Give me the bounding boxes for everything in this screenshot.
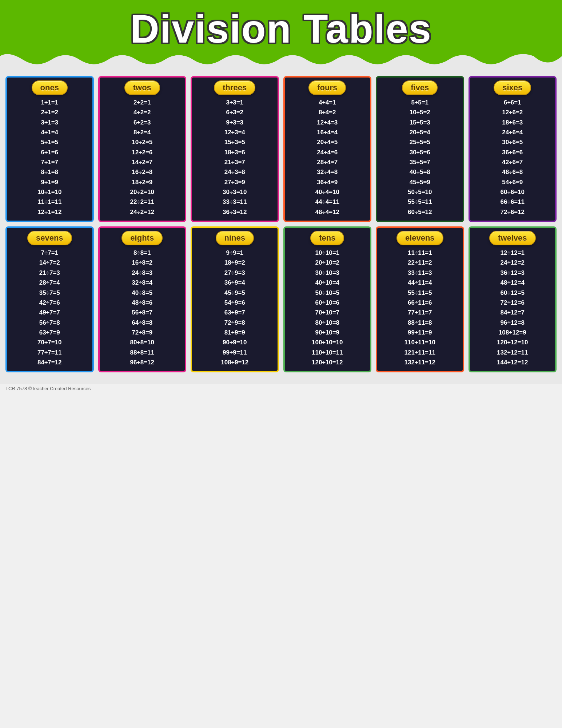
equation-ones-8: 8÷1=8 [9,167,90,177]
equation-nines-6: 54÷9=6 [194,298,275,308]
equation-ones-1: 1÷1=1 [9,98,90,107]
equation-ones-4: 4÷1=4 [9,128,90,137]
equation-elevens-12: 132÷11=12 [379,358,461,367]
label-sixes: sixes [494,80,531,95]
equation-twelves-7: 84÷12=7 [472,308,553,317]
equation-elevens-3: 33÷11=3 [379,268,461,278]
card-ones: ones1÷1=12÷1=23÷1=34÷1=45÷1=56÷1=67÷1=78… [5,76,94,222]
equation-sevens-5: 35÷7=5 [9,288,90,298]
card-nines: nines9÷9=118÷9=227÷9=336÷9=445÷9=554÷9=6… [191,226,279,372]
label-threes: threes [214,80,255,95]
equation-ones-7: 7÷1=7 [9,158,90,167]
equation-fours-12: 48÷4=12 [287,207,368,217]
equation-twos-2: 4÷2=2 [102,108,183,117]
label-fours: fours [308,80,346,95]
equation-nines-1: 9÷9=1 [194,248,275,258]
card-twos: twos2÷2=14÷2=26÷2=38÷2=410÷2=512÷2=614÷2… [98,76,187,222]
label-twelves: twelves [489,231,536,245]
equation-threes-2: 6÷3=2 [194,108,275,117]
card-eights: eights8÷8=116÷8=224÷8=332÷8=440÷8=548÷8=… [98,226,187,372]
bottom-row: sevens7÷7=114÷7=221÷7=328÷7=435÷7=542÷7=… [5,226,557,372]
equation-threes-9: 27÷3=9 [194,178,275,187]
label-elevens: elevens [396,231,443,245]
equation-elevens-4: 44÷11=4 [379,278,461,288]
equation-twos-5: 10÷2=5 [102,138,183,147]
equation-ones-3: 3÷1=3 [9,118,90,127]
equation-nines-8: 72÷9=8 [194,318,275,328]
equation-sixes-6: 36÷6=6 [472,148,553,157]
equation-fives-2: 10÷5=2 [379,108,461,117]
equation-threes-10: 30÷3=10 [194,187,275,197]
label-ones: ones [32,80,68,95]
equation-elevens-5: 55÷11=5 [379,288,461,298]
equation-fours-3: 12÷4=3 [287,118,368,127]
equation-fours-6: 24÷4=6 [287,148,368,157]
equations-eights: 8÷8=116÷8=224÷8=332÷8=440÷8=548÷8=656÷8=… [102,248,183,367]
page-title: Division Tables [7,7,555,51]
equation-tens-12: 120÷10=12 [287,358,368,367]
equation-nines-3: 27÷9=3 [194,268,275,278]
equation-ones-12: 12÷1=12 [9,207,90,217]
equation-twelves-6: 72÷12=6 [472,298,553,308]
equation-twelves-3: 36÷12=3 [472,268,553,278]
equation-twelves-8: 96÷12=8 [472,318,553,328]
equation-tens-4: 40÷10=4 [287,278,368,288]
equation-elevens-1: 11÷11=1 [379,248,461,258]
equation-elevens-11: 121÷11=11 [379,348,461,357]
equation-sevens-3: 21÷7=3 [9,268,90,278]
equation-eights-4: 32÷8=4 [102,278,183,288]
equation-elevens-8: 88÷11=8 [379,318,461,328]
equation-eights-2: 16÷8=2 [102,258,183,268]
equation-tens-3: 30÷10=3 [287,268,368,278]
equation-eights-7: 56÷8=7 [102,308,183,317]
equation-sixes-11: 66÷6=11 [472,197,553,207]
equation-twelves-2: 24÷12=2 [472,258,553,268]
equation-fives-6: 30÷5=6 [379,148,461,157]
equations-twos: 2÷2=14÷2=26÷2=38÷2=410÷2=512÷2=614÷2=716… [102,98,183,217]
equation-fives-5: 25÷5=5 [379,138,461,147]
equation-threes-3: 9÷3=3 [194,118,275,127]
equation-fives-11: 55÷5=11 [379,197,461,207]
equation-nines-11: 99÷9=11 [194,348,275,357]
equation-sevens-8: 56÷7=8 [9,318,90,328]
equations-fours: 4÷4=18÷4=212÷4=316÷4=420÷4=524÷4=628÷4=7… [287,98,368,217]
equation-twos-4: 8÷2=4 [102,128,183,137]
equations-tens: 10÷10=120÷10=230÷10=340÷10=450÷10=560÷10… [287,248,368,367]
label-fives: fives [402,80,438,95]
equations-elevens: 11÷11=122÷11=233÷11=344÷11=455÷11=566÷11… [379,248,461,367]
equation-ones-9: 9÷1=9 [9,178,90,187]
equation-eights-6: 48÷8=6 [102,298,183,308]
equation-fours-1: 4÷4=1 [287,98,368,107]
label-sevens: sevens [27,231,72,245]
equation-eights-11: 88÷8=11 [102,348,183,357]
equation-fives-4: 20÷5=4 [379,128,461,137]
equation-fives-3: 15÷5=3 [379,118,461,127]
equation-tens-8: 80÷10=8 [287,318,368,328]
equation-twos-10: 20÷2=10 [102,187,183,197]
equation-threes-11: 33÷3=11 [194,197,275,207]
equation-threes-12: 36÷3=12 [194,207,275,217]
equation-sevens-9: 63÷7=9 [9,328,90,337]
equation-ones-11: 11÷1=11 [9,197,90,207]
equation-nines-7: 63÷9=7 [194,308,275,317]
wavy-divider-icon [0,51,562,71]
equation-eights-5: 40÷8=5 [102,288,183,298]
equation-tens-10: 100÷10=10 [287,338,368,347]
equation-fives-9: 45÷5=9 [379,178,461,187]
equation-eights-3: 24÷8=3 [102,268,183,278]
equation-eights-1: 8÷8=1 [102,248,183,258]
equation-threes-6: 18÷3=6 [194,148,275,157]
equation-elevens-2: 22÷11=2 [379,258,461,268]
equation-sevens-12: 84÷7=12 [9,358,90,367]
equation-sevens-10: 70÷7=10 [9,338,90,347]
equation-twelves-12: 144÷12=12 [472,358,553,367]
equations-threes: 3÷3=16÷3=29÷3=312÷3=415÷3=518÷3=621÷3=72… [194,98,275,217]
equation-eights-10: 80÷8=10 [102,338,183,347]
equation-ones-2: 2÷1=2 [9,108,90,117]
card-fours: fours4÷4=18÷4=212÷4=316÷4=420÷4=524÷4=62… [283,76,372,222]
equation-sevens-7: 49÷7=7 [9,308,90,317]
equation-ones-10: 10÷1=10 [9,187,90,197]
equation-twelves-5: 60÷12=5 [472,288,553,298]
equation-nines-10: 90÷9=10 [194,338,275,347]
equation-elevens-9: 99÷11=9 [379,328,461,337]
